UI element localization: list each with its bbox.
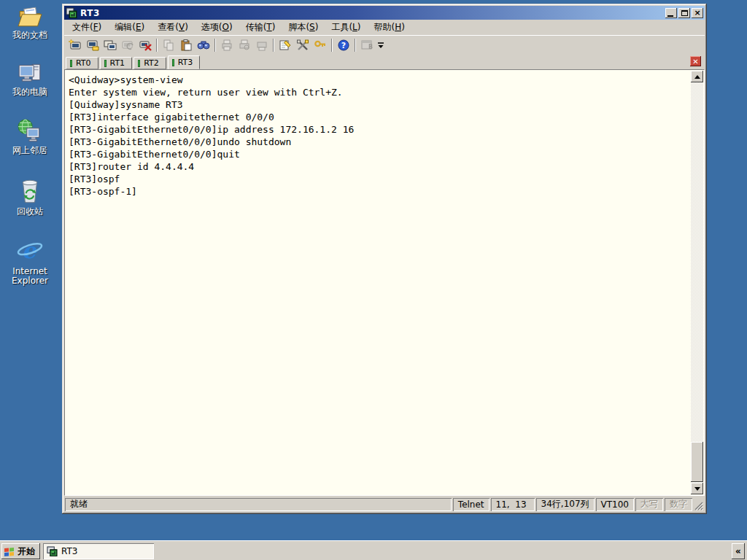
tab-rt3[interactable]: RT3 [168,55,201,69]
desktop-icon-label: 网上邻居 [1,146,59,155]
desktop-icon-label: Internet Explorer [1,267,59,286]
status-num-lock: 数字 [665,498,692,511]
resize-grip[interactable] [694,499,704,511]
desktop-icon-label: 我的文档 [1,31,59,40]
toolbar-overflow-icon [377,41,384,50]
close-button[interactable]: × [692,8,703,18]
menu-help[interactable]: 帮助(H) [367,20,411,35]
status-emulation: VT100 [596,498,634,511]
chevron-left-double-icon: « [735,546,741,556]
tab-rt2[interactable]: RT2 [133,57,166,69]
toolbar-separator [273,39,274,52]
connected-indicator-icon [104,60,107,67]
arrow-up-icon [694,72,700,79]
tab-label: RT1 [110,58,125,68]
menu-transfer[interactable]: 传输(T) [239,20,282,35]
help-button[interactable]: ? [335,37,352,53]
menu-tools[interactable]: 工具(L) [325,20,367,35]
maximize-button[interactable] [678,8,690,18]
paste-icon [179,39,193,51]
app-window-icon [66,7,77,19]
desktop-icon-internet-explorer[interactable]: e Internet Explorer [1,238,59,286]
my-documents-icon [17,4,43,29]
desktop-icon-label: 我的电脑 [1,88,59,97]
task-label: RT3 [61,546,77,556]
menu-edit[interactable]: 编辑(E) [108,20,151,35]
status-cursor-position: 11, 13 [491,498,535,511]
copy-button [160,37,177,53]
menu-options[interactable]: 选项(O) [195,20,239,35]
connect-in-tab-button[interactable] [101,37,119,53]
start-label: 开始 [18,545,35,558]
quick-connect-button[interactable] [66,37,84,53]
session-tab-bar: RT0 RT1 RT2 RT3 ✕ [64,54,705,69]
print-preview-button [236,37,253,53]
key-agent-button[interactable] [311,37,329,53]
arrow-down-icon [694,487,700,494]
session-options-icon [279,39,292,51]
title-bar[interactable]: RT3 × [64,6,705,20]
desktop-icon-my-computer[interactable]: 我的电脑 [1,60,59,97]
close-icon: × [694,9,700,17]
connect-icon [86,39,99,51]
start-button[interactable]: 开始 [1,543,40,559]
menu-script[interactable]: 脚本(S) [282,20,325,35]
tray-collapse-button[interactable]: « [732,543,745,559]
global-options-button[interactable] [294,37,311,53]
find-button[interactable] [195,37,212,53]
svg-text:?: ? [341,41,346,50]
status-screen-size: 34行,107列 [536,498,595,511]
reconnect-button [119,37,136,53]
securefx-icon: B [360,39,374,51]
scrollbar-thumb[interactable] [691,442,703,482]
connected-indicator-icon [70,60,72,67]
svg-text:B: B [368,44,373,50]
tab-close-button[interactable]: ✕ [690,56,701,66]
tab-rt0[interactable]: RT0 [66,57,98,69]
global-options-icon [296,39,309,51]
maximize-icon [681,10,688,16]
desktop-icon-recycle-bin[interactable]: 回收站 [1,176,59,217]
toolbar: ? B [64,35,705,54]
minimize-button[interactable] [665,8,677,18]
disconnect-icon [139,39,152,51]
terminal-viewport[interactable]: <Quidway>system-view Enter system view, … [66,71,691,494]
vertical-scrollbar[interactable] [691,71,703,494]
toolbar-overflow-button[interactable] [376,37,386,53]
minimize-icon [667,15,673,17]
print-button [218,37,236,53]
status-caps-lock: 大写 [635,498,663,511]
disconnect-button[interactable] [136,37,154,53]
svg-text:e: e [22,238,37,263]
toolbar-separator [331,39,333,52]
session-options-button[interactable] [276,37,294,53]
print-preview-icon [238,39,251,51]
scroll-up-button[interactable] [691,71,703,82]
key-agent-icon [314,39,327,51]
terminal-area: <Quidway>system-view Enter system view, … [64,69,705,496]
status-protocol: Telnet [453,498,489,511]
connect-button[interactable] [84,37,101,53]
desktop: { "colors": { "desktop_bg": "#3A6EA5", "… [0,0,747,560]
desktop-icon-label: 回收站 [1,207,59,217]
tab-rt1[interactable]: RT1 [100,57,133,69]
quick-connect-icon [69,39,82,51]
find-icon [197,39,210,51]
menu-view[interactable]: 查看(V) [151,20,195,35]
tab-label: RT2 [144,58,159,68]
close-icon: ✕ [692,58,698,66]
menu-file[interactable]: 文件(F) [66,20,108,35]
toolbar-separator [355,39,356,52]
toolbar-separator [156,39,158,52]
copy-icon [162,39,175,51]
windows-logo-icon [4,547,15,556]
app-window-icon [47,546,58,557]
paste-button[interactable] [177,37,195,53]
tab-label: RT0 [76,58,91,68]
securefx-button: B [358,37,376,53]
desktop-icon-network-places[interactable]: 网上邻居 [1,118,59,155]
taskbar-task-rt3[interactable]: RT3 [43,543,154,559]
app-window: RT3 × 文件(F) 编辑(E) 查看(V) 选项(O) 传输(T) 脚本(S… [62,4,707,514]
scroll-down-button[interactable] [691,483,703,494]
desktop-icon-my-documents[interactable]: 我的文档 [1,4,59,40]
